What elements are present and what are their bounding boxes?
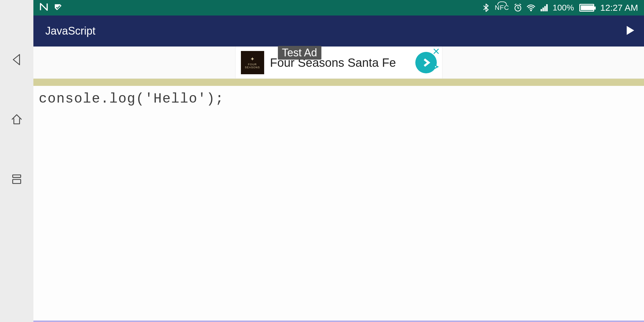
notification-icon-n [39, 2, 48, 13]
recents-icon [10, 172, 24, 186]
svg-rect-4 [541, 9, 542, 11]
battery-icon [579, 4, 594, 12]
svg-rect-1 [13, 179, 21, 183]
home-icon [10, 112, 24, 126]
svg-rect-0 [13, 175, 21, 178]
app-area: NFC 100% 12:27 AM JavaScript ✦ FOUR SE [33, 0, 644, 322]
notification-icon-check [54, 2, 63, 13]
divider-strip [33, 79, 644, 86]
ad-brand: FOUR SEASONS [241, 63, 264, 69]
svg-rect-5 [543, 8, 544, 11]
app-toolbar: JavaScript [33, 16, 644, 47]
svg-rect-6 [544, 6, 546, 11]
svg-rect-7 [546, 4, 547, 11]
alarm-icon [513, 3, 522, 12]
status-clock: 12:27 AM [600, 3, 638, 13]
app-title: JavaScript [45, 25, 95, 37]
adchoices-icon [433, 63, 440, 70]
battery-percent: 100% [553, 3, 574, 13]
status-bar: NFC 100% 12:27 AM [33, 0, 644, 16]
nfc-indicator: NFC [495, 4, 509, 12]
svg-point-3 [530, 10, 532, 11]
play-icon [624, 24, 636, 36]
ad-test-label: Test Ad [278, 46, 321, 60]
ad-banner[interactable]: ✦ FOUR SEASONS Four Seasons Santa Fe Tes… [235, 47, 442, 78]
status-left [39, 2, 63, 13]
adchoices-button[interactable] [433, 63, 440, 72]
run-button[interactable] [624, 24, 636, 38]
home-button[interactable] [8, 110, 26, 128]
wifi-icon [527, 3, 535, 12]
editor-cursor-underline [33, 321, 644, 322]
ad-logo: ✦ FOUR SEASONS [241, 51, 264, 74]
cellular-signal-icon [540, 3, 549, 12]
bluetooth-icon [482, 3, 490, 12]
ad-controls [433, 48, 440, 72]
close-icon [433, 48, 440, 55]
back-button[interactable] [8, 51, 26, 69]
svg-point-8 [435, 66, 436, 67]
back-icon [10, 53, 24, 66]
ad-banner-row: ✦ FOUR SEASONS Four Seasons Santa Fe Tes… [33, 47, 644, 79]
status-right: NFC 100% 12:27 AM [482, 3, 638, 13]
system-nav-bar [0, 0, 33, 322]
code-content[interactable]: console.log('Hello'); [39, 91, 644, 107]
recents-button[interactable] [8, 170, 26, 188]
ad-close-button[interactable] [433, 48, 440, 56]
code-editor[interactable]: console.log('Hello'); [33, 86, 644, 322]
chevron-right-icon [421, 58, 431, 68]
